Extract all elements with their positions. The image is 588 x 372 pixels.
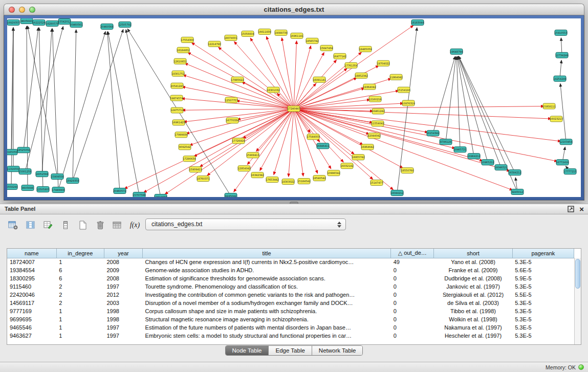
table-row[interactable]: 969969511998Structural magnetic resonanc…	[7, 315, 574, 323]
function-button[interactable]: f(x)	[128, 218, 142, 232]
graph-node[interactable]: 15147477	[370, 180, 383, 186]
graph-node[interactable]: 19648794	[450, 49, 463, 54]
tab-network-table[interactable]: Network Table	[312, 346, 363, 355]
graph-node[interactable]: 18303022	[281, 179, 294, 185]
graph-node[interactable]: 18525058	[17, 147, 30, 153]
graph-node[interactable]: 17885622	[231, 77, 244, 82]
graph-node[interactable]: 9605690	[20, 18, 33, 24]
table-row[interactable]: 946554611997Estimation of the future num…	[7, 323, 574, 332]
minimize-window-button[interactable]	[19, 7, 25, 13]
graph-node[interactable]: 15707598	[133, 192, 145, 197]
graph-node[interactable]: 17554300	[181, 37, 193, 42]
graph-node[interactable]: 18929355	[7, 19, 20, 25]
graph-node[interactable]: 8786128	[440, 139, 452, 145]
import-table-button[interactable]	[111, 218, 124, 232]
graph-node[interactable]: 18929358	[66, 178, 79, 184]
graph-node[interactable]: 15910553	[554, 30, 567, 35]
graph-node[interactable]: 16772416	[556, 160, 569, 165]
table-row[interactable]: 1872400712008Changes of HCN gene express…	[7, 258, 574, 266]
graph-node[interactable]: 16611839	[258, 29, 271, 34]
graph-node[interactable]: 12214790	[208, 41, 221, 47]
column-header-name[interactable]: name	[7, 249, 56, 258]
column-header-in_degree[interactable]: in_degree	[56, 249, 104, 258]
graph-node[interactable]: 12507757	[225, 97, 237, 103]
graph-node[interactable]: 22044042	[367, 133, 380, 139]
graph-node[interactable]: 17290634	[183, 156, 195, 162]
graph-node[interactable]: 16342342	[251, 172, 264, 178]
graph-node[interactable]: 16023213	[550, 116, 562, 122]
graph-node[interactable]: 15908413	[246, 152, 259, 158]
graph-node[interactable]: 18465721	[453, 147, 466, 152]
table-row[interactable]: 911546021997Tourette syndrome. Phenomeno…	[7, 282, 574, 291]
graph-node[interactable]: 15909558	[51, 174, 63, 180]
graph-node[interactable]: 15542012	[58, 18, 71, 24]
graph-node[interactable]: 16961141	[290, 33, 303, 38]
graph-node[interactable]: 18955742	[352, 155, 364, 160]
graph-node[interactable]: 12505792	[118, 21, 131, 27]
graph-node[interactable]: 16461242	[372, 108, 384, 114]
graph-node[interactable]: 19874574	[170, 95, 183, 101]
graph-node[interactable]: 19704022	[377, 60, 389, 66]
graph-node[interactable]: 12610651	[173, 58, 186, 64]
graph-node[interactable]: 17653442	[266, 177, 278, 183]
close-window-button[interactable]	[9, 7, 15, 13]
graph-node[interactable]: 18540542	[313, 176, 325, 181]
graph-node[interactable]: 17544003	[307, 134, 319, 140]
graph-node[interactable]: 18074001	[224, 35, 237, 40]
graph-node[interactable]: 12103454	[559, 139, 572, 145]
graph-node[interactable]: 16584212	[508, 170, 521, 176]
graph-node[interactable]: 17449908	[52, 187, 64, 193]
graph-node[interactable]: 12954042	[237, 166, 250, 171]
graph-node[interactable]: 17726916	[232, 138, 245, 144]
graph-node[interactable]: 18044212	[390, 190, 403, 196]
graph-node[interactable]: 15909411	[189, 167, 202, 172]
table-selector-dropdown[interactable]: citations_edges.txt	[145, 218, 346, 230]
graph-node[interactable]: 15647434	[320, 45, 333, 51]
window-titlebar[interactable]: citations_edges.txt	[4, 4, 584, 15]
graph-node[interactable]: 20541247	[170, 83, 183, 89]
graph-node[interactable]: 20460561	[70, 21, 82, 27]
graph-node[interactable]: 11554042	[371, 121, 384, 126]
table-row[interactable]: 946362711997Embryonic stem cells: a mode…	[7, 332, 574, 340]
graph-node[interactable]: 16961425	[172, 120, 185, 125]
table-row[interactable]: 1456911722003Disruption of a novel membe…	[7, 299, 574, 307]
graph-node[interactable]: 9245012	[511, 189, 524, 195]
graph-node[interactable]: 18565742	[306, 38, 318, 43]
graph-node[interactable]: 18760371	[197, 176, 209, 182]
graph-node[interactable]: 15056604	[241, 31, 254, 36]
new-file-button[interactable]	[76, 218, 90, 232]
graph-node[interactable]: 14254249	[553, 76, 566, 81]
edit-columns-button[interactable]	[41, 218, 55, 232]
graph-node[interactable]: 9605698	[21, 185, 34, 191]
zoom-window-button[interactable]	[29, 7, 35, 13]
graph-node[interactable]: 10996542	[327, 170, 340, 176]
column-header-year[interactable]: year	[104, 249, 142, 258]
graph-node[interactable]: 12475712	[170, 107, 183, 113]
network-canvas[interactable]: 1724044717554300181849521261065118301752…	[7, 18, 581, 197]
graph-node[interactable]: 20460568	[100, 24, 113, 29]
graph-node[interactable]: 10965212	[481, 160, 494, 165]
graph-node[interactable]: 16091141	[313, 77, 325, 82]
graph-node[interactable]: 17777215	[563, 169, 576, 174]
graph-node[interactable]: 9245042	[225, 193, 237, 197]
graph-node[interactable]: 20460572	[113, 188, 126, 194]
column-header-pagerank[interactable]: pagerank	[512, 249, 574, 258]
graph-node[interactable]: 16964212	[467, 154, 480, 159]
graph-node[interactable]: 16032142	[340, 163, 353, 169]
graph-node[interactable]: 15184542	[297, 179, 310, 184]
graph-node[interactable]: 16477142	[333, 53, 346, 59]
graph-node[interactable]: 18183044	[411, 19, 424, 25]
graph-node[interactable]: 17761354	[344, 62, 357, 68]
graph-node[interactable]: 16964642	[361, 144, 374, 150]
graph-node[interactable]: 16846411	[316, 143, 329, 149]
tab-edge-table[interactable]: Edge Table	[269, 346, 312, 355]
column-header-out_degree[interactable]: △ out_de…	[391, 249, 434, 258]
graph-node[interactable]: 18301752	[171, 71, 184, 76]
table-mode-button[interactable]	[6, 218, 20, 232]
graph-node[interactable]: 18485059	[359, 46, 372, 52]
scrollbar-thumb[interactable]	[575, 259, 580, 289]
graph-node[interactable]: 16558244	[7, 184, 18, 190]
graph-node[interactable]: 9092542	[179, 144, 191, 150]
graph-node[interactable]: 19088739	[274, 30, 287, 35]
table-row[interactable]: 2242004622012Investigating the contribut…	[7, 291, 574, 299]
